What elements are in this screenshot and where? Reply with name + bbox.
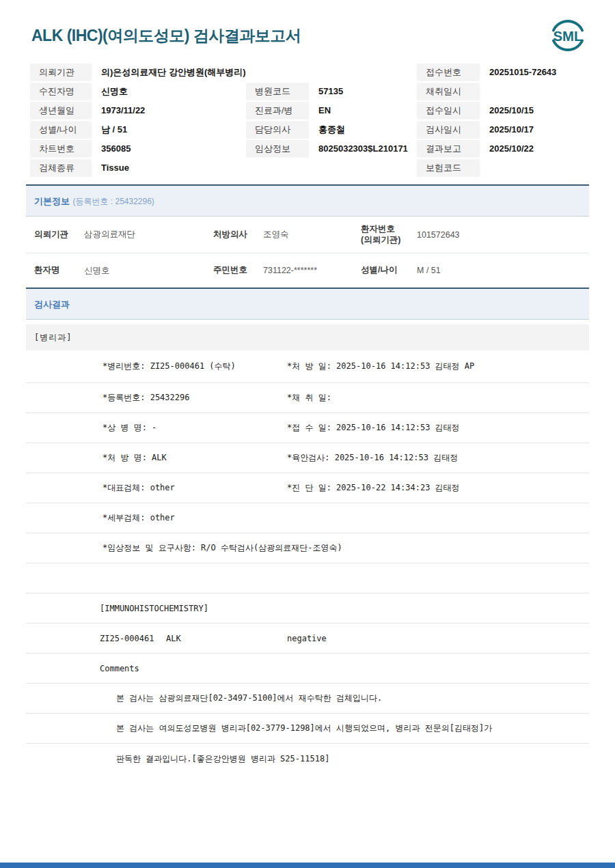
test-results-section: 검사결과 [병리과] *병리번호: ZI25-000461 (수탁) *처 방 … (26, 288, 589, 774)
field-label: 환자번호 (의뢰기관) (361, 224, 417, 245)
result-row: Comments (26, 654, 589, 684)
result-field: *병리번호: ZI25-000461 (수탁) (26, 361, 287, 372)
result-row: *세부검체: other (26, 503, 589, 533)
result-row: ZI25-000461 ALK negative (26, 624, 589, 654)
test-name: ALK (166, 634, 287, 643)
field-value: 356085 (92, 140, 246, 158)
result-row: *등록번호: 25432296 *채 취 일: (26, 383, 589, 413)
field-value: 20251015-72643 (480, 64, 589, 81)
result-field: *처 방 일: 2025-10-16 14:12:53 김태정 AP (287, 361, 589, 372)
field-label: 환자명 (34, 265, 84, 276)
field-label: 병원코드 (246, 83, 309, 100)
result-field: *진 단 일: 2025-10-22 14:34:23 김태정 (287, 482, 589, 494)
sml-logo: SML (548, 16, 588, 55)
result-field: *상 병 명: - (26, 422, 287, 434)
field-label: 주민번호 (213, 265, 263, 276)
field-value: 101572643 (417, 230, 589, 240)
field-value (480, 83, 589, 100)
result-field: [IMMUNOHISTOCHEMISTRY] (26, 604, 208, 613)
result-row: *상 병 명: - *접 수 일: 2025-10-16 14:12:53 김태… (26, 413, 589, 443)
svg-text:SML: SML (554, 29, 583, 44)
result-row: 본 검사는 여의도성모병원 병리과[02-3779-1298]에서 시행되었으며… (26, 714, 589, 744)
field-value: 홍종철 (309, 121, 417, 139)
field-value: 삼광의료재단 (84, 229, 213, 240)
result-field: *세부검체: other (26, 512, 287, 524)
result-row: 판독한 결과입니다.[좋은강안병원 병리과 S25-11518] (26, 744, 589, 774)
field-label: 진료과/병동 (246, 102, 309, 120)
result-row-empty (26, 563, 589, 593)
field-value: 남 / 51 (92, 121, 246, 139)
field-label: 검체종류 (30, 159, 92, 177)
comment-line: 본 검사는 삼광의료재단[02-3497-5100]에서 재수탁한 검체입니다. (26, 692, 382, 704)
field-value: 1973/11/22 (92, 102, 246, 120)
field-value: EN (309, 102, 417, 120)
field-label: 수진자명 (30, 83, 92, 100)
field-value: 57135 (309, 83, 417, 100)
field-label: 접수번호 (417, 64, 480, 81)
field-value: M / 51 (417, 266, 589, 275)
field-value: 2025/10/15 (480, 102, 589, 120)
basic-info-header: 기본정보 (등록번호 : 25432296) (26, 184, 589, 216)
field-value: 2025/10/17 (480, 121, 589, 139)
field-value: 의)은성의료재단 강안병원(해부병리) (92, 64, 417, 81)
sml-logo-icon: SML (548, 16, 588, 55)
specimen-id: ZI25-000461 (26, 634, 166, 643)
field-value: 731122-******* (263, 266, 361, 275)
report-header: ALK (IHC)(여의도성모) 검사결과보고서 SML (26, 0, 589, 55)
result-field: *등록번호: 25432296 (26, 392, 287, 404)
basic-info-row: 의뢰기관 삼광의료재단 처방의사 조영숙 환자번호 (의뢰기관) 1015726… (26, 216, 589, 253)
field-label: 결과보고 (417, 140, 480, 158)
field-label: 생년월일 (30, 102, 92, 120)
test-results-header: 검사결과 (26, 288, 589, 320)
test-result-value: negative (287, 634, 327, 643)
field-value (480, 159, 589, 177)
result-row: *병리번호: ZI25-000461 (수탁) *처 방 일: 2025-10-… (26, 350, 589, 383)
basic-info-section: 기본정보 (등록번호 : 25432296) 의뢰기관 삼광의료재단 처방의사 … (26, 184, 589, 288)
field-label: 의뢰기관 (30, 64, 92, 81)
field-value: 신명호 (84, 265, 213, 277)
result-field: *임상정보 및 요구사항: R/O 수탁검사(삼광의료재단-조영숙) (26, 542, 342, 554)
result-row: *임상정보 및 요구사항: R/O 수탁검사(삼광의료재단-조영숙) (26, 533, 589, 563)
section-title: 검사결과 (34, 299, 70, 309)
field-label: 차트번호 (30, 140, 92, 158)
field-label: 의뢰기관 (34, 229, 84, 240)
comment-line: 본 검사는 여의도성모병원 병리과[02-3779-1298]에서 시행되었으며… (26, 723, 492, 734)
patient-info-table: 의뢰기관 의)은성의료재단 강안병원(해부병리) 접수번호 20251015-7… (30, 64, 589, 177)
field-label: 담당의사 (246, 121, 309, 139)
basic-info-row: 환자명 신명호 주민번호 731122-******* 성별/나이 M / 51 (26, 253, 589, 288)
result-field: *대표검체: other (26, 482, 287, 494)
footer-bar (0, 863, 615, 868)
field-label: 접수일시 (417, 102, 480, 120)
field-label: 보험코드 (417, 159, 480, 177)
field-value: 8025032303$L210171 (309, 140, 417, 158)
field-label: 검사일시 (417, 121, 480, 139)
result-row: *대표검체: other *진 단 일: 2025-10-22 14:34:23… (26, 473, 589, 503)
result-row: *처 방 명: ALK *육안검사: 2025-10-16 14:12:53 김… (26, 443, 589, 473)
registration-number: (등록번호 : 25432296) (72, 197, 154, 206)
result-field: Comments (26, 664, 139, 673)
field-label: 성별/나이 (30, 121, 92, 139)
section-title: 기본정보 (34, 196, 70, 206)
field-value: Tissue (92, 159, 417, 177)
department-row: [병리과] (26, 324, 589, 350)
result-field: *채 취 일: (287, 392, 589, 404)
field-label: 성별/나이 (361, 265, 417, 276)
page-title: ALK (IHC)(여의도성모) 검사결과보고서 (26, 25, 301, 46)
field-label: 처방의사 (213, 229, 263, 240)
result-field: *접 수 일: 2025-10-16 14:12:53 김태정 (287, 422, 589, 434)
field-label: 채취일시 (417, 83, 480, 100)
field-label: 임상정보 (246, 140, 309, 158)
result-row: [IMMUNOHISTOCHEMISTRY] (26, 593, 589, 624)
result-field: *처 방 명: ALK (26, 452, 287, 464)
comment-line: 판독한 결과입니다.[좋은강안병원 병리과 S25-11518] (26, 753, 329, 765)
field-value: 신명호 (92, 83, 246, 100)
report-page: ALK (IHC)(여의도성모) 검사결과보고서 SML 의뢰기관 의)은성의료… (0, 0, 615, 868)
result-field: *육안검사: 2025-10-16 14:12:53 김태정 (287, 452, 589, 464)
result-row: 본 검사는 삼광의료재단[02-3497-5100]에서 재수탁한 검체입니다. (26, 684, 589, 714)
field-value: 2025/10/22 (480, 140, 589, 158)
field-value: 조영숙 (263, 229, 361, 240)
